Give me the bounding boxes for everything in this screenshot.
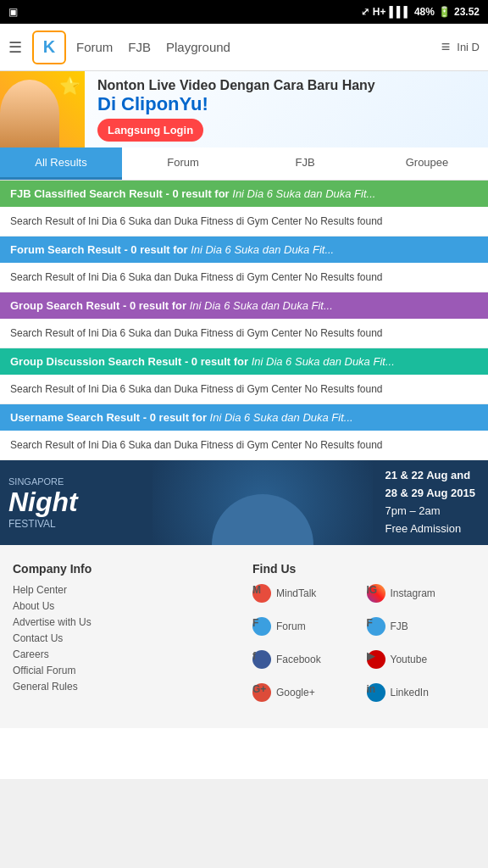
social-linkedin[interactable]: in LinkedIn	[367, 683, 476, 706]
group-discussion-title: Group Discussion Search Result	[10, 355, 181, 368]
social-youtube[interactable]: ▶ Youtube	[367, 650, 476, 673]
forum-social-label: Forum	[276, 620, 306, 632]
username-title: Username Search Result	[10, 411, 140, 424]
banner-line2: Di CliponYu!	[97, 93, 475, 115]
fjb-social-label: FJB	[391, 620, 408, 632]
footer-official-forum[interactable]: Official Forum	[13, 665, 236, 676]
tab-all-results[interactable]: All Results	[0, 147, 122, 180]
fjb-query: Ini Dia 6 Suka dan Duka Fit...	[232, 187, 375, 200]
forum-query: Ini Dia 6 Suka dan Duka Fit...	[191, 243, 334, 256]
social-google[interactable]: G+ Google+	[252, 683, 362, 706]
search-tabs: All Results Forum FJB Groupee	[0, 147, 488, 181]
signal-icon: ⤢	[361, 6, 369, 18]
footer-careers[interactable]: Careers	[13, 648, 236, 660]
navbar-right: ≡ Ini D	[441, 38, 480, 56]
footer-social-grid: M MindTalk IG Instagram F Forum F FJB f	[252, 584, 475, 711]
social-forum[interactable]: F Forum	[252, 617, 362, 640]
mindtalk-icon: M	[252, 584, 271, 603]
banner-line1: Nonton Live Video Dengan Cara Baru Hany	[97, 78, 475, 93]
ad-night: Night	[8, 487, 144, 518]
facebook-label: Facebook	[276, 654, 321, 665]
footer-contact-us[interactable]: Contact Us	[13, 632, 236, 644]
group-discussion-body: Search Result of Ini Dia 6 Suka dan Duka…	[0, 375, 488, 404]
group-discussion-section: Group Discussion Search Result - 0 resul…	[0, 348, 488, 404]
banner-stars-decoration: ⭐	[59, 75, 80, 96]
forum-header: Forum Search Result - 0 result for Ini D…	[0, 236, 488, 263]
footer: Company Info Help Center About Us Advert…	[0, 545, 488, 728]
nav-forum[interactable]: Forum	[76, 40, 113, 54]
group-header: Group Search Result - 0 result for Ini D…	[0, 292, 488, 319]
username-body: Search Result of Ini Dia 6 Suka dan Duka…	[0, 431, 488, 460]
mindtalk-label: MindTalk	[276, 587, 316, 599]
nav-links: Forum FJB Playground	[76, 40, 431, 54]
footer-about-us[interactable]: About Us	[13, 600, 236, 612]
user-initial: Ini D	[457, 41, 480, 53]
time: 23.52	[454, 6, 480, 18]
ad-date1: 21 & 22 Aug and	[385, 467, 475, 485]
youtube-icon: ▶	[367, 650, 385, 669]
social-instagram[interactable]: IG Instagram	[367, 584, 476, 607]
username-query: Ini Dia 6 Suka dan Duka Fit...	[210, 411, 353, 424]
ad-time: 7pm – 2am	[385, 503, 475, 520]
bars-icon: ▌▌▌	[389, 6, 411, 18]
banner-image: ⭐	[0, 71, 85, 147]
bb-icon: ▣	[8, 6, 18, 18]
nav-playground[interactable]: Playground	[166, 40, 230, 54]
forum-social-icon: F	[252, 617, 271, 636]
ad-banner-left: SINGAPORE Night FESTIVAL	[0, 468, 152, 538]
hamburger-icon[interactable]: ☰	[8, 38, 22, 57]
battery-icon: 🔋	[438, 6, 451, 18]
tab-groupee[interactable]: Groupee	[366, 147, 488, 180]
forum-title: Forum Search Result	[10, 243, 121, 256]
social-mindtalk[interactable]: M MindTalk	[252, 584, 362, 607]
logo[interactable]: K	[32, 31, 66, 64]
ad-admission: Free Admission	[385, 520, 475, 538]
username-header: Username Search Result - 0 result for In…	[0, 404, 488, 431]
ad-dome-decoration	[212, 494, 313, 545]
social-fjb[interactable]: F FJB	[367, 617, 476, 640]
footer-columns: Company Info Help Center About Us Advert…	[13, 562, 475, 711]
banner-button[interactable]: Langsung Login	[97, 119, 203, 142]
banner: ⭐ Nonton Live Video Dengan Cara Baru Han…	[0, 71, 488, 147]
ad-banner-right: 21 & 22 Aug and 28 & 29 Aug 2015 7pm – 2…	[373, 460, 488, 545]
footer-help-center[interactable]: Help Center	[13, 584, 236, 596]
group-query: Ini Dia 6 Suka dan Duka Fit...	[190, 299, 333, 312]
ad-date2: 28 & 29 Aug 2015	[385, 485, 475, 503]
instagram-label: Instagram	[391, 587, 435, 599]
fjb-social-icon: F	[367, 617, 385, 636]
status-left: ▣	[8, 6, 18, 18]
footer-general-rules[interactable]: General Rules	[13, 681, 236, 693]
fjb-body: Search Result of Ini Dia 6 Suka dan Duka…	[0, 207, 488, 236]
fjb-title: FJB Classified Search Result	[10, 187, 163, 200]
tab-fjb[interactable]: FJB	[244, 147, 366, 180]
instagram-icon: IG	[367, 584, 385, 603]
youtube-label: Youtube	[391, 654, 428, 665]
banner-text: Nonton Live Video Dengan Cara Baru Hany …	[85, 71, 488, 147]
username-section: Username Search Result - 0 result for In…	[0, 404, 488, 460]
ad-festival: FESTIVAL	[8, 518, 144, 530]
social-facebook[interactable]: f Facebook	[252, 650, 362, 673]
ad-banner-image	[152, 460, 373, 545]
footer-company-heading: Company Info	[13, 562, 236, 576]
fjb-header: FJB Classified Search Result - 0 result …	[0, 181, 488, 207]
nav-fjb[interactable]: FJB	[128, 40, 151, 54]
google-icon: G+	[252, 683, 271, 702]
search-results: FJB Classified Search Result - 0 result …	[0, 181, 488, 460]
group-section: Group Search Result - 0 result for Ini D…	[0, 292, 488, 348]
linkedin-label: LinkedIn	[391, 687, 429, 698]
forum-body: Search Result of Ini Dia 6 Suka dan Duka…	[0, 263, 488, 292]
battery-pct: 48%	[414, 6, 435, 18]
signal-type: H+	[373, 6, 386, 18]
menu-icon[interactable]: ≡	[441, 38, 451, 56]
footer-findus-heading: Find Us	[252, 562, 475, 576]
ad-banner: SINGAPORE Night FESTIVAL 21 & 22 Aug and…	[0, 460, 488, 545]
bottom-box	[0, 728, 488, 779]
tab-forum[interactable]: Forum	[122, 147, 244, 180]
group-body: Search Result of Ini Dia 6 Suka dan Duka…	[0, 319, 488, 348]
status-right: ⤢ H+ ▌▌▌ 48% 🔋 23.52	[361, 6, 480, 18]
ad-singapore: SINGAPORE	[8, 476, 144, 487]
footer-advertise[interactable]: Advertise with Us	[13, 616, 236, 628]
group-title: Group Search Result	[10, 299, 119, 312]
fjb-section: FJB Classified Search Result - 0 result …	[0, 181, 488, 236]
google-label: Google+	[276, 687, 315, 698]
